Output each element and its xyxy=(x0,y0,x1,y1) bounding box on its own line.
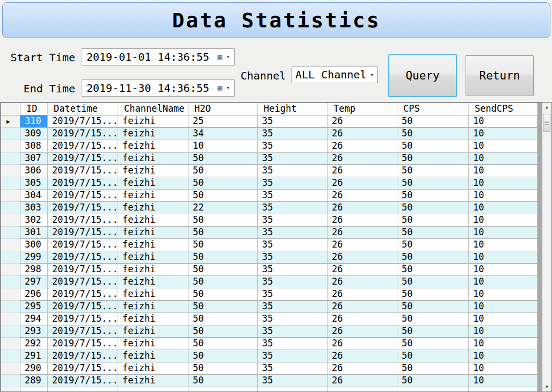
table-cell-height[interactable]: 35 xyxy=(258,202,328,214)
table-cell-height[interactable]: 35 xyxy=(258,214,328,227)
table-cell-temp[interactable]: 26 xyxy=(328,115,397,128)
table-cell-channelname[interactable]: feizhi xyxy=(118,239,188,251)
table-cell-cps[interactable]: 50 xyxy=(397,350,469,362)
table-cell-temp[interactable]: 26 xyxy=(328,276,397,288)
table-cell-sendcps[interactable]: 10 xyxy=(469,140,538,153)
table-cell-id[interactable]: 307 xyxy=(20,153,48,165)
table-cell-sendcps[interactable]: 10 xyxy=(469,165,538,177)
table-cell-id[interactable]: 291 xyxy=(20,350,48,362)
table-cell-sendcps[interactable]: 10 xyxy=(469,350,538,362)
table-cell-sendcps[interactable]: 10 xyxy=(469,338,538,350)
chevron-down-icon[interactable]: ▾ xyxy=(226,49,230,65)
table-cell-temp[interactable]: 26 xyxy=(328,301,397,313)
table-cell-height[interactable]: 35 xyxy=(258,301,328,313)
row-header[interactable] xyxy=(1,165,20,177)
table-cell-sendcps[interactable]: 10 xyxy=(469,202,538,214)
table-cell-sendcps[interactable]: 10 xyxy=(469,301,538,313)
row-header[interactable] xyxy=(1,264,20,276)
column-header-sendcps[interactable]: SendCPS xyxy=(469,103,538,115)
table-cell-height[interactable]: 35 xyxy=(258,350,328,362)
table-cell-datetime[interactable]: 2019/7/15... xyxy=(48,350,118,362)
table-cell-h2o[interactable]: 22 xyxy=(188,202,258,214)
table-cell-height[interactable]: 35 xyxy=(258,276,328,288)
table-cell-id[interactable]: 290 xyxy=(20,362,48,375)
table-cell-cps[interactable]: 50 xyxy=(397,202,469,214)
table-cell-cps[interactable]: 50 xyxy=(397,338,469,350)
table-cell-temp[interactable]: 26 xyxy=(328,313,397,325)
table-cell-sendcps[interactable]: 10 xyxy=(469,276,538,288)
table-cell-datetime[interactable]: 2019/7/15... xyxy=(48,264,118,276)
table-cell-channelname[interactable] xyxy=(118,387,188,391)
table-cell-height[interactable]: 35 xyxy=(258,313,328,325)
table-cell-sendcps[interactable]: 10 xyxy=(469,128,538,140)
scroll-up-button[interactable]: ▲ xyxy=(542,103,551,112)
table-cell-temp[interactable]: 26 xyxy=(328,264,397,276)
table-cell-channelname[interactable]: feizhi xyxy=(118,227,188,239)
row-header[interactable] xyxy=(1,375,20,387)
row-header[interactable] xyxy=(1,251,20,264)
row-header[interactable] xyxy=(1,313,20,325)
table-cell-temp[interactable] xyxy=(328,387,397,391)
channel-select[interactable]: ALL Channel ▾ xyxy=(292,67,378,83)
row-header[interactable] xyxy=(1,202,20,214)
table-cell-temp[interactable]: 26 xyxy=(328,227,397,239)
table-cell-datetime[interactable]: 2019/7/15... xyxy=(48,239,118,251)
start-time-input[interactable]: 2019-01-01 14:36:55 ▦ ▾ xyxy=(82,48,235,66)
table-cell-datetime[interactable]: 2019/7/15... xyxy=(48,313,118,325)
table-cell-temp[interactable]: 26 xyxy=(328,190,397,202)
table-cell-sendcps[interactable]: 10 xyxy=(469,251,538,264)
table-cell-cps[interactable]: 50 xyxy=(397,153,469,165)
table-cell-h2o[interactable] xyxy=(188,387,258,391)
table-cell-sendcps[interactable]: 10 xyxy=(469,153,538,165)
table-cell-channelname[interactable]: feizhi xyxy=(118,350,188,362)
row-header[interactable] xyxy=(1,214,20,227)
table-cell-channelname[interactable]: feizhi xyxy=(118,276,188,288)
corner-cell[interactable] xyxy=(1,103,20,115)
table-cell-h2o[interactable]: 50 xyxy=(188,375,258,387)
table-cell-id[interactable]: 293 xyxy=(20,325,48,338)
row-header[interactable] xyxy=(1,227,20,239)
table-cell-cps[interactable]: 50 xyxy=(397,301,469,313)
table-cell-cps[interactable]: 50 xyxy=(397,227,469,239)
table-cell-datetime[interactable]: 2019/7/15... xyxy=(48,202,118,214)
table-cell-height[interactable]: 35 xyxy=(258,115,328,128)
table-cell-h2o[interactable]: 50 xyxy=(188,301,258,313)
table-cell-datetime[interactable]: 2019/7/15... xyxy=(48,153,118,165)
table-cell-height[interactable]: 35 xyxy=(258,375,328,387)
table-cell-height[interactable]: 35 xyxy=(258,140,328,153)
table-cell-id[interactable]: 303 xyxy=(20,202,48,214)
table-cell-sendcps[interactable]: 10 xyxy=(469,264,538,276)
end-time-input[interactable]: 2019-11-30 14:36:55 ▦ ▾ xyxy=(82,79,235,97)
table-cell-datetime[interactable]: 2019/7/15... xyxy=(48,128,118,140)
table-cell-temp[interactable]: 26 xyxy=(328,214,397,227)
table-cell-id[interactable]: 306 xyxy=(20,165,48,177)
table-cell-h2o[interactable]: 50 xyxy=(188,338,258,350)
table-cell-cps[interactable]: 50 xyxy=(397,375,469,387)
table-cell-sendcps[interactable]: 10 xyxy=(469,362,538,375)
table-cell-height[interactable] xyxy=(258,387,328,391)
table-cell-temp[interactable]: 26 xyxy=(328,177,397,190)
table-cell-datetime[interactable]: 2019/7/15... xyxy=(48,165,118,177)
table-cell-channelname[interactable]: feizhi xyxy=(118,362,188,375)
table-cell-id[interactable] xyxy=(20,387,48,391)
table-cell-height[interactable]: 35 xyxy=(258,177,328,190)
column-header-h2o[interactable]: H2O xyxy=(188,103,258,115)
table-cell-height[interactable]: 35 xyxy=(258,239,328,251)
row-header[interactable] xyxy=(1,288,20,301)
table-cell-datetime[interactable]: 2019/7/15... xyxy=(48,325,118,338)
row-header[interactable]: ▶ xyxy=(1,115,20,128)
column-header-datetime[interactable]: Datetime xyxy=(48,103,118,115)
table-cell-id[interactable]: 295 xyxy=(20,301,48,313)
table-cell-cps[interactable]: 50 xyxy=(397,239,469,251)
table-cell-channelname[interactable]: feizhi xyxy=(118,313,188,325)
table-cell-temp[interactable]: 26 xyxy=(328,288,397,301)
row-header[interactable] xyxy=(1,177,20,190)
scroll-down-button[interactable]: ▼ xyxy=(542,382,551,391)
table-cell-datetime[interactable]: 2019/7/15... xyxy=(48,338,118,350)
table-cell-temp[interactable]: 26 xyxy=(328,239,397,251)
table-cell-temp[interactable]: 26 xyxy=(328,375,397,387)
chevron-down-icon[interactable]: ▾ xyxy=(226,80,230,96)
table-cell-channelname[interactable]: feizhi xyxy=(118,288,188,301)
table-cell-channelname[interactable]: feizhi xyxy=(118,301,188,313)
table-cell-cps[interactable]: 50 xyxy=(397,288,469,301)
